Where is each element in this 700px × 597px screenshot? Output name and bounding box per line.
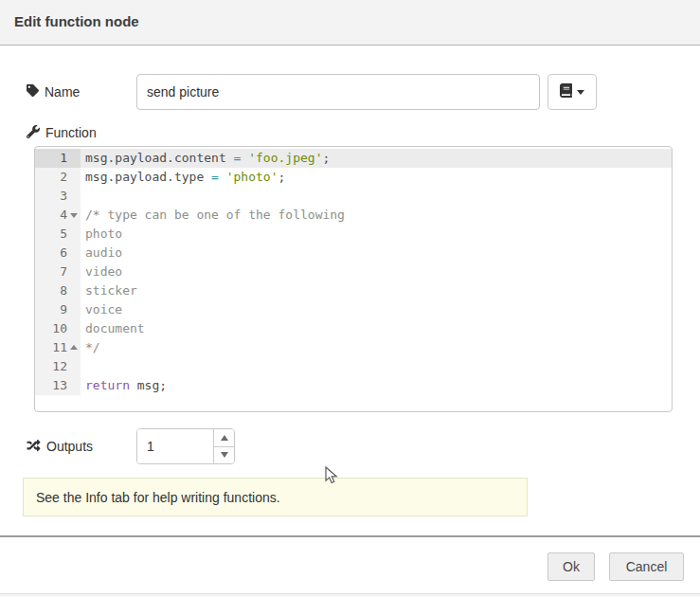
function-label: Function [27,123,97,142]
tag-icon [27,84,39,100]
book-icon [560,83,572,101]
code-line-10[interactable]: 10document [35,319,672,338]
gutter-line-number[interactable]: 10 [35,319,81,338]
code-line-1[interactable]: 1msg.payload.content = 'foo.jpeg'; [35,149,672,168]
code-text[interactable]: voice [81,300,122,319]
code-editor[interactable]: 1msg.payload.content = 'foo.jpeg';2msg.p… [34,146,673,412]
code-text[interactable]: return msg; [81,376,167,395]
library-button[interactable] [547,74,597,110]
spinner-buttons [213,429,234,463]
code-text[interactable] [81,187,85,206]
form-tips: See the Info tab for help writing functi… [23,478,528,516]
code-text[interactable]: document [81,319,145,338]
gutter-line-number[interactable]: 6 [35,244,81,262]
bottom-strip [0,593,700,597]
dialog-header: Edit function node [0,0,700,45]
code-text[interactable]: */ [81,338,100,357]
code-line-8[interactable]: 8sticker [35,281,672,300]
ok-button[interactable]: Ok [547,552,595,581]
outputs-input[interactable] [137,429,213,463]
gutter-line-number[interactable]: 12 [35,357,81,376]
spinner-down-button[interactable] [214,446,234,464]
name-label-text: Name [45,84,80,100]
code-text[interactable]: photo [81,225,122,244]
wrench-icon [27,125,40,141]
code-line-5[interactable]: 5photo [35,225,672,244]
triangle-up-icon [221,435,228,441]
gutter-line-number[interactable]: 5 [35,225,81,244]
function-label-text: Function [45,125,97,140]
footer: Ok Cancel [0,537,700,593]
code-text[interactable]: msg.payload.content = 'foo.jpeg'; [81,149,330,168]
outputs-spinner [136,428,235,464]
gutter-line-number[interactable]: 3 [35,187,81,206]
dialog-title: Edit function node [14,13,139,29]
code-line-2[interactable]: 2msg.payload.type = 'photo'; [35,168,672,187]
gutter-line-number[interactable]: 1 [35,149,81,168]
gutter-line-number[interactable]: 7 [35,262,81,281]
tip-text: See the Info tab for help writing functi… [36,490,280,505]
code-line-11[interactable]: 11*/ [35,338,672,357]
code-line-9[interactable]: 9voice [35,300,672,319]
name-input[interactable] [136,74,540,110]
gutter-line-number[interactable]: 11 [35,338,81,357]
code-line-7[interactable]: 7video [35,262,672,281]
code-text[interactable]: video [81,262,122,281]
code-line-4[interactable]: 4/* type can be one of the following [35,206,672,225]
outputs-label-text: Outputs [46,439,93,454]
fold-close-icon[interactable] [70,345,78,350]
code-text[interactable]: audio [81,244,122,262]
code-line-13[interactable]: 13return msg; [35,376,672,395]
code-text[interactable]: /* type can be one of the following [81,206,345,225]
code-line-6[interactable]: 6audio [35,244,672,262]
edit-function-node-dialog: Edit function node Name Function 1msg.pa… [0,0,700,597]
code-line-12[interactable]: 12 [35,357,672,376]
code-line-3[interactable]: 3 [35,187,672,206]
outputs-label: Outputs [27,428,93,464]
gutter-line-number[interactable]: 9 [35,300,81,319]
spinner-up-button[interactable] [214,429,234,446]
gutter-line-number[interactable]: 13 [35,376,81,395]
gutter-line-number[interactable]: 2 [35,168,81,187]
caret-down-icon [577,90,584,95]
code-text[interactable]: sticker [81,281,137,300]
shuffle-icon [27,439,41,455]
cancel-button[interactable]: Cancel [609,552,684,581]
gutter-line-number[interactable]: 4 [35,206,81,225]
gutter-line-number[interactable]: 8 [35,281,81,300]
code-text[interactable] [81,357,85,376]
fold-open-icon[interactable] [70,213,78,218]
triangle-down-icon [221,452,228,458]
name-label: Name [27,74,80,110]
code-text[interactable]: msg.payload.type = 'photo'; [81,168,285,187]
